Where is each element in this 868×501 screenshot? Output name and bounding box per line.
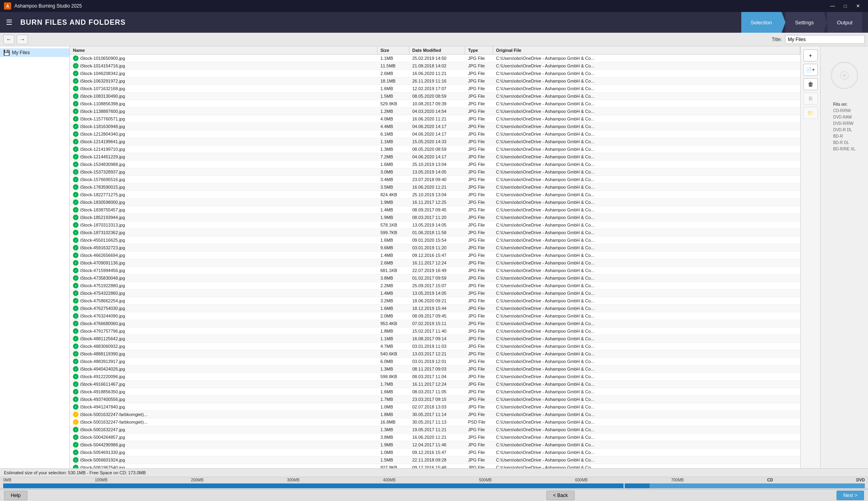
table-row[interactable]: ✓ iStock-4883060932.jpg 4.7MB 03.01.2019… (70, 343, 800, 350)
table-row[interactable]: ✓ iStock-1212804340.jpg 6.1MB 04.06.2020… (70, 130, 800, 138)
menu-icon[interactable]: ☰ (6, 18, 12, 27)
table-row[interactable]: ✓ iStock-1138887600.jpg 1.2MB 04.03.2020… (70, 108, 800, 115)
table-row[interactable]: ✓ iStock-4754322860.jpg 1.4MB 13.05.2019… (70, 290, 800, 297)
col-original[interactable]: Original File (493, 46, 801, 54)
table-row[interactable]: ✓ iStock-4916611467.jpg 1.7MB 16.11.2017… (70, 381, 800, 388)
table-row[interactable]: ✓ iStock-1873102362.jpg 599.7KB 01.06.20… (70, 229, 800, 237)
table-row[interactable]: ✓ iStock-5044290988.jpg 1.9MB 12.04.2017… (70, 441, 800, 449)
table-row[interactable]: ✓ iStock-4751922880.jpg 2.2MB 25.09.2017… (70, 282, 800, 290)
back-button[interactable]: < Back (546, 491, 575, 500)
table-row[interactable]: ✓ iStock-1830598000.jpg 1.9MB 16.11.2017… (70, 199, 800, 206)
table-row[interactable]: ✓ iStock-4937400556.jpg 1.7MB 23.03.2017… (70, 396, 800, 403)
file-name-cell: ✓ iStock-1181630948.jpg (70, 123, 377, 130)
table-row[interactable]: ✓ iStock-1214451229.jpg 7.2MB 04.06.2020… (70, 153, 800, 161)
file-date-cell: 26.11.2019 11:16 (409, 77, 465, 85)
copy-button[interactable]: ⎘ (803, 93, 818, 105)
table-row[interactable]: ✓ iStock-4912220096.jpg 598.8KB 08.03.20… (70, 373, 800, 381)
table-row[interactable]: ✓ iStock-5004264857.jpg 3.8MB 16.06.2020… (70, 434, 800, 441)
forward-toolbar-button[interactable]: → (17, 35, 28, 44)
table-row[interactable]: ✓ iStock-5061967540.jpg 927.9KB 09.12.20… (70, 464, 800, 468)
back-toolbar-button[interactable]: ← (3, 35, 14, 44)
col-type[interactable]: Type (465, 46, 493, 54)
tab-settings[interactable]: Settings (786, 12, 823, 33)
table-row[interactable]: ✓ iStock-1071632168.jpg 1.6MB 12.02.2019… (70, 85, 800, 93)
status-bar: Estimated size of your selection: 530.1M… (0, 468, 868, 477)
tab-selection[interactable]: Selection (741, 12, 782, 33)
delete-button[interactable]: 🗑 (803, 78, 818, 90)
col-size[interactable]: Size (377, 46, 409, 54)
file-original-cell: C:\Users\obo\OneDrive - Ashampoo GmbH & … (493, 388, 801, 395)
table-row[interactable]: ! iStock-5001632247-farbkomgiet)... 1.8M… (70, 411, 800, 418)
help-button[interactable]: Help (4, 491, 27, 500)
title-input[interactable] (785, 35, 865, 44)
table-row[interactable]: ✓ iStock-1783590015.jpg 3.5MB 16.06.2020… (70, 183, 800, 191)
table-row[interactable]: ✓ iStock-1214199641.jpg 1.1MB 15.05.2020… (70, 138, 800, 146)
table-row[interactable]: ✓ iStock-4591632723.jpg 9.6MB 03.01.2019… (70, 244, 800, 252)
table-row[interactable]: ✓ iStock-4662656694.jpg 1.4MB 09.12.2016… (70, 252, 800, 259)
table-row[interactable]: ✓ iStock-1576695516.jpg 3.4MB 23.07.2018… (70, 176, 800, 183)
table-row[interactable]: ✓ iStock-1214199710.jpg 1.3MB 08.05.2020… (70, 146, 800, 153)
table-row[interactable]: ✓ iStock-4766680060.jpg 953.4KB 07.02.20… (70, 320, 800, 327)
add-file-button[interactable]: + (803, 49, 818, 61)
table-row[interactable]: ✓ iStock-4888119390.jpg 540.6KB 13.03.20… (70, 350, 800, 358)
table-row[interactable]: ✓ iStock-4881125642.jpg 1.1MB 16.08.2017… (70, 335, 800, 343)
table-row[interactable]: ✓ iStock-1870313313.jpg 578.1KB 13.05.20… (70, 221, 800, 229)
table-row[interactable]: ✓ iStock-5001632247.jpg 1.3MB 19.05.2017… (70, 426, 800, 434)
maximize-button[interactable]: □ (839, 2, 851, 10)
table-row[interactable]: ✓ iStock-1822771275.jpg 824.4KB 25.10.20… (70, 191, 800, 199)
table-row[interactable]: ✓ iStock-4763244090.jpg 2.0MB 08.09.2017… (70, 312, 800, 320)
file-date-cell: 30.05.2017 11:14 (409, 411, 465, 418)
table-row[interactable]: ✓ iStock-4550116625.jpg 1.6MB 09.01.2020… (70, 237, 800, 244)
cd-format-5: BD-R (833, 133, 855, 140)
tree-item-myfiles[interactable]: 💾 My Files (0, 48, 69, 57)
table-row[interactable]: ✓ iStock-4758662254.jpg 3.2MB 18.06.2020… (70, 297, 800, 305)
close-button[interactable]: ✕ (852, 2, 864, 10)
file-type-cell: JPG File (465, 426, 493, 433)
table-row[interactable]: ✓ iStock-1010650900.jpg 1.1MB 25.02.2019… (70, 55, 800, 62)
file-original-cell: C:\Users\obo\OneDrive - Ashampoo GmbH & … (493, 77, 801, 85)
main-area: 💾 My Files Name Size Date Modified Type … (0, 46, 868, 468)
table-row[interactable]: ✓ iStock-4918856350.jpg 1.6MB 08.03.2017… (70, 388, 800, 396)
table-row[interactable]: ✓ iStock-4941247840.jpg 1.0MB 02.07.2018… (70, 403, 800, 411)
table-row[interactable]: ✓ iStock-1063291972.jpg 18.1MB 26.11.201… (70, 77, 800, 85)
file-date-cell: 08.03.2017 11:04 (409, 373, 465, 380)
table-row[interactable]: ✓ iStock-4762754030.jpg 1.6MB 18.12.2019… (70, 305, 800, 312)
tab-output[interactable]: Output (827, 12, 862, 33)
table-row[interactable]: ✓ iStock-4883913917.jpg 6.0MB 03.01.2019… (70, 358, 800, 365)
table-row[interactable]: ✓ iStock-1108856398.jpg 529.9KB 10.08.20… (70, 100, 800, 108)
file-type-cell: JPG File (465, 130, 493, 138)
table-row[interactable]: ✓ iStock-1181630948.jpg 4.4MB 04.06.2020… (70, 123, 800, 130)
table-row[interactable]: ✓ iStock-4791757796.jpg 1.8MB 15.02.2017… (70, 327, 800, 335)
minimize-button[interactable]: — (827, 2, 839, 10)
file-type-cell: JPG File (465, 259, 493, 266)
table-row[interactable]: ! iStock-5001632247-farbkomgiet)... 16.8… (70, 418, 800, 426)
file-name: iStock-1063291972.jpg (80, 79, 125, 83)
col-date[interactable]: Date Modified (409, 46, 465, 54)
table-row[interactable]: ✓ iStock-1537328937.jpg 3.0MB 13.05.2019… (70, 168, 800, 176)
table-row[interactable]: ✓ iStock-1534830988.jpg 1.6MB 25.10.2019… (70, 161, 800, 168)
file-original-cell: C:\Users\obo\OneDrive - Ashampoo GmbH & … (493, 259, 801, 266)
table-row[interactable]: ✓ iStock-5054691330.jpg 1.0MB 09.12.2016… (70, 449, 800, 456)
folder-button[interactable]: 📁 (803, 107, 818, 119)
table-row[interactable]: ✓ iStock-4940424026.jpg 1.3MB 08.11.2017… (70, 365, 800, 373)
table-row[interactable]: ✓ iStock-4709091136.jpg 2.6MB 16.11.2017… (70, 259, 800, 267)
table-row[interactable]: ✓ iStock-1083130490.jpg 1.5MB 08.05.2020… (70, 93, 800, 100)
table-row[interactable]: ✓ iStock-1014154716.jpg 11.5MB 21.08.201… (70, 62, 800, 70)
next-button[interactable]: Next > (837, 491, 864, 500)
table-row[interactable]: ✓ iStock-5056601924.jpg 1.5MB 22.11.2018… (70, 456, 800, 464)
add-folder-button[interactable]: 📄+ (803, 64, 818, 76)
file-name-cell: ✓ iStock-1534830988.jpg (70, 161, 377, 168)
table-row[interactable]: ✓ iStock-4715994456.jpg 681.1KB 22.07.20… (70, 267, 800, 274)
file-type-cell: JPG File (465, 85, 493, 92)
table-row[interactable]: ✓ iStock-1046208342.jpg 2.6MB 16.06.2020… (70, 70, 800, 77)
table-row[interactable]: ✓ iStock-1852193944.jpg 1.9MB 08.03.2017… (70, 214, 800, 221)
col-name[interactable]: Name (70, 46, 377, 54)
table-row[interactable]: ✓ iStock-1838755457.jpg 1.4MB 08.09.2017… (70, 206, 800, 214)
file-name: iStock-4941247840.jpg (80, 404, 125, 409)
file-original-cell: C:\Users\obo\OneDrive - Ashampoo GmbH & … (493, 464, 801, 468)
table-row[interactable]: ✓ iStock-1157760571.jpg 4.0MB 16.06.2020… (70, 115, 800, 123)
file-type-cell: JPG File (465, 456, 493, 464)
table-row[interactable]: ✓ iStock-4735830048.jpg 3.8MB 01.02.2017… (70, 274, 800, 282)
file-date-cell: 22.07.2019 16:49 (409, 267, 465, 274)
status-icon: ✓ (73, 146, 79, 152)
